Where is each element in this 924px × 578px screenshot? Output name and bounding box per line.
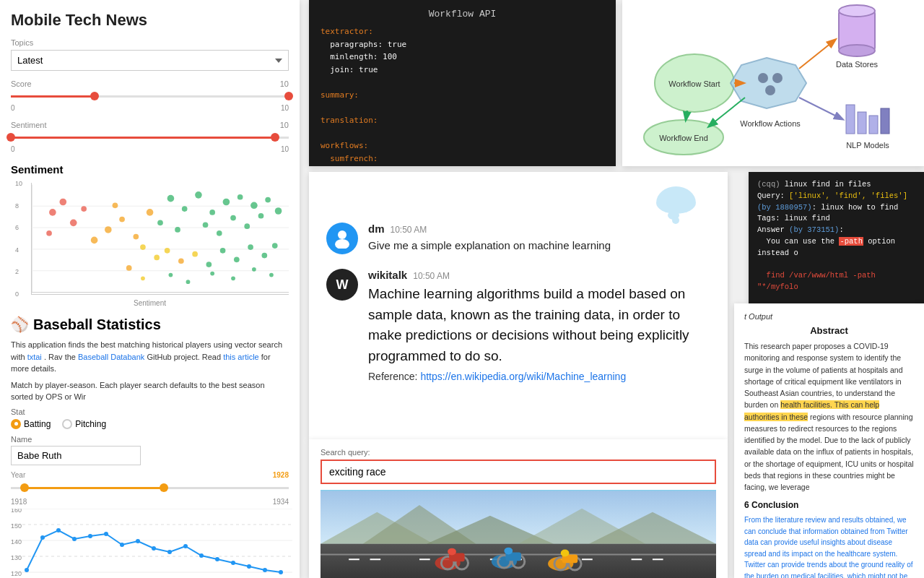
scatter-chart [31, 183, 289, 295]
svg-point-25 [275, 207, 282, 215]
svg-text:130: 130 [11, 554, 22, 561]
ops-chart: 160 150 140 130 120 [11, 509, 289, 579]
svg-point-17 [167, 195, 175, 202]
svg-point-29 [217, 230, 222, 236]
bot-name: wikitalk [368, 269, 407, 281]
speech-bubble [656, 186, 696, 214]
svg-text:Workflow End: Workflow End [659, 134, 708, 142]
article-link[interactable]: this article [223, 353, 259, 361]
svg-point-32 [258, 213, 264, 219]
svg-point-14 [133, 234, 139, 240]
svg-point-91 [758, 73, 768, 83]
svg-point-34 [154, 255, 160, 261]
workflow-diagram: Workflow Start Workflow End Data Stores … [622, 0, 924, 166]
svg-point-69 [136, 539, 140, 543]
bot-message-body: wikitalk 10:50 AM Machine learning algor… [368, 269, 710, 382]
svg-point-140 [561, 550, 570, 557]
conclusion-highlight: From the literature review and results o… [744, 516, 914, 578]
batting-label: Batting [24, 419, 51, 429]
diagram-panel: Workflow Start Workflow End Data Stores … [622, 0, 924, 166]
svg-point-12 [105, 226, 112, 233]
term-line-4: Tags: linux find [757, 213, 915, 225]
svg-point-93 [765, 85, 775, 95]
svg-point-77 [263, 568, 267, 572]
svg-text:160: 160 [11, 509, 22, 514]
workflow-panel: Workflow API textractor: paragraphs: tru… [309, 0, 616, 166]
bot-message: W wikitalk 10:50 AM Machine learning alg… [326, 269, 710, 382]
paper-panel: t Output Abstract This research paper pr… [734, 303, 924, 578]
topics-select[interactable]: Latest [11, 50, 289, 71]
search-label: Search query: [321, 448, 716, 457]
baseball-desc: This application finds the best matching… [11, 339, 289, 375]
svg-point-49 [231, 276, 235, 280]
svg-line-107 [799, 40, 835, 69]
svg-point-28 [203, 222, 209, 228]
svg-point-78 [279, 570, 283, 574]
user-time: 10:50 AM [391, 225, 427, 235]
svg-point-22 [237, 194, 243, 200]
batting-radio[interactable]: Batting [11, 419, 51, 429]
paper-conclusion-text: From the literature review and results o… [744, 514, 914, 578]
term-line-7 [757, 259, 915, 270]
svg-point-47 [186, 280, 191, 284]
sentiment-min: 0 [11, 145, 15, 153]
svg-point-112 [335, 239, 349, 249]
svg-point-10 [81, 206, 87, 212]
pitching-radio[interactable]: Pitching [62, 419, 106, 429]
search-panel: Search query: [309, 439, 728, 578]
svg-point-130 [448, 548, 456, 556]
name-input[interactable] [11, 446, 141, 465]
scatter-y-labels: 1086420 [15, 180, 22, 298]
term-line-6: You can use the -path option instead o [757, 236, 915, 259]
search-input[interactable] [321, 460, 716, 484]
svg-text:Workflow Start: Workflow Start [668, 79, 720, 88]
svg-text:120: 120 [11, 570, 22, 577]
sentiment-range[interactable] [11, 131, 289, 144]
svg-point-43 [272, 243, 278, 249]
svg-point-70 [152, 546, 156, 551]
term-line-9 [757, 293, 915, 305]
svg-point-92 [772, 73, 783, 83]
year-range[interactable] [11, 480, 289, 495]
paper-output-label: t Output [744, 312, 914, 321]
reference-link[interactable]: https://en.wikipedia.org/wiki/Machine_le… [420, 371, 626, 382]
txtai-link[interactable]: txtai [27, 353, 42, 361]
score-range[interactable] [11, 90, 289, 103]
svg-point-33 [140, 244, 146, 250]
year-label: Year [11, 471, 25, 479]
svg-point-67 [104, 532, 108, 536]
svg-rect-102 [869, 116, 878, 134]
svg-point-66 [88, 534, 92, 538]
svg-point-13 [119, 217, 125, 223]
bot-time: 10:50 AM [413, 271, 450, 281]
svg-rect-103 [881, 108, 889, 134]
year-min: 1918 [11, 498, 27, 506]
scatter-x-label: Sentiment [11, 299, 289, 307]
svg-point-71 [167, 550, 172, 554]
svg-rect-119 [321, 544, 716, 578]
sentiment-max: 10 [280, 121, 289, 129]
svg-point-44 [126, 265, 132, 271]
databank-link[interactable]: Baseball Databank [78, 353, 144, 361]
reference-label: Reference: [368, 371, 417, 382]
svg-point-48 [210, 272, 214, 276]
svg-rect-100 [846, 105, 855, 134]
svg-text:NLP Models: NLP Models [846, 141, 889, 150]
page-title: Mobile Tech News [11, 11, 289, 30]
svg-point-36 [178, 258, 184, 264]
user-avatar [326, 223, 358, 254]
user-meta: dm 10:50 AM [368, 223, 710, 235]
user-icon [332, 228, 352, 249]
bot-reference: Reference: https://en.wikipedia.org/wiki… [368, 371, 710, 382]
paper-conclusion-title: 6 Conclusion [744, 500, 914, 510]
svg-line-108 [799, 98, 842, 119]
paper-abstract-text: This research paper proposes a COVID-19 … [744, 340, 914, 493]
svg-point-76 [247, 564, 251, 569]
score-max: 10 [280, 79, 289, 88]
term-line-3: (by 1880957): linux how to find [757, 202, 915, 214]
svg-point-41 [248, 244, 253, 250]
stat-label: Stat [11, 407, 289, 416]
workflow-title: Workflow API [321, 9, 604, 20]
svg-point-16 [113, 202, 118, 208]
svg-point-15 [147, 209, 154, 216]
